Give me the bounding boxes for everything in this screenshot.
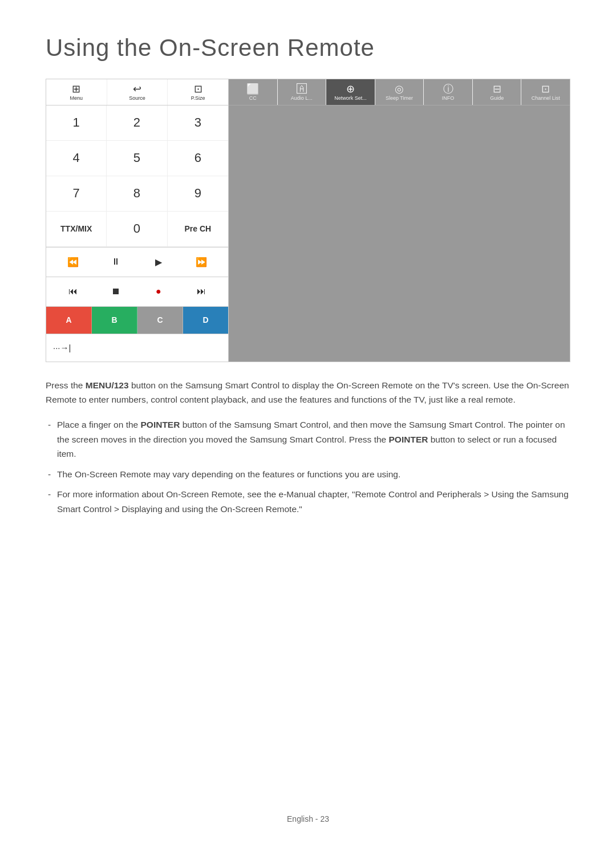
network-set-button[interactable]: ⊕ Network Set...	[326, 79, 375, 105]
remote-right-panel: ⬜ CC 🄰 Audio L... ⊕ Network Set... ◎ Sle…	[229, 79, 570, 362]
remote-left-panel: ⊞ Menu ↩ Source ⊡ P.Size 1 2 3 4 5 6 7 8	[46, 79, 229, 362]
menu-button[interactable]: ⊞ Menu	[46, 79, 107, 105]
psize-button[interactable]: ⊡ P.Size	[168, 79, 228, 105]
info-label: INFO	[442, 96, 455, 102]
content-area: Press the MENU/123 button on the Samsung…	[46, 378, 570, 517]
num-ttxmix[interactable]: TTX/MIX	[46, 212, 107, 247]
num-prech[interactable]: Pre CH	[168, 212, 228, 247]
rewind-button[interactable]: ⏪	[63, 251, 83, 272]
icon-row: ⊞ Menu ↩ Source ⊡ P.Size	[46, 79, 228, 106]
bullet-1: Place a finger on the POINTER button of …	[46, 417, 570, 461]
main-paragraph: Press the MENU/123 button on the Samsung…	[46, 378, 570, 407]
num-5[interactable]: 5	[107, 141, 167, 176]
num-3[interactable]: 3	[168, 106, 228, 141]
source-icon: ↩	[133, 84, 141, 94]
channel-list-icon: ⊡	[541, 84, 550, 94]
bold-pointer-2: POINTER	[389, 435, 428, 444]
color-buttons: A B C D	[46, 307, 228, 334]
next-track-button[interactable]: ⏭	[191, 281, 212, 302]
menu-icon: ⊞	[72, 84, 80, 94]
color-b-button[interactable]: B	[92, 307, 137, 334]
bullet-3: For more information about On-Screen Rem…	[46, 487, 570, 516]
page-footer: English - 23	[0, 814, 616, 823]
sleep-timer-button[interactable]: ◎ Sleep Timer	[375, 79, 424, 105]
cc-button[interactable]: ⬜ CC	[229, 79, 278, 105]
color-c-button[interactable]: C	[137, 307, 183, 334]
media-row-2: ⏮ ⏹ ● ⏭	[46, 277, 228, 307]
sleep-label: Sleep Timer	[386, 96, 413, 102]
network-icon: ⊕	[346, 84, 355, 94]
channel-list-button[interactable]: ⊡ Channel List	[521, 79, 570, 105]
page-title: Using the On-Screen Remote	[46, 34, 570, 62]
fast-forward-button[interactable]: ⏩	[191, 251, 212, 272]
bold-menu123: MENU/123	[86, 380, 129, 390]
num-7[interactable]: 7	[46, 176, 107, 212]
cc-icon: ⬜	[246, 84, 259, 94]
prev-track-button[interactable]: ⏮	[63, 281, 83, 302]
right-icon-row: ⬜ CC 🄰 Audio L... ⊕ Network Set... ◎ Sle…	[229, 79, 570, 106]
extra-symbol: ···→|	[53, 343, 71, 352]
numpad: 1 2 3 4 5 6 7 8 9 TTX/MIX 0 Pre CH	[46, 106, 228, 248]
num-0[interactable]: 0	[107, 212, 167, 247]
guide-icon: ⊟	[493, 84, 501, 94]
bullet-list: Place a finger on the POINTER button of …	[46, 417, 570, 516]
num-9[interactable]: 9	[168, 176, 228, 212]
guide-label: Guide	[490, 96, 504, 102]
pause-button[interactable]: ⏸	[106, 251, 126, 272]
play-button[interactable]: ▶	[148, 251, 169, 272]
audio-button[interactable]: 🄰 Audio L...	[278, 79, 327, 105]
audio-label: Audio L...	[291, 96, 313, 102]
num-1[interactable]: 1	[46, 106, 107, 141]
remote-ui: ⊞ Menu ↩ Source ⊡ P.Size 1 2 3 4 5 6 7 8	[46, 79, 570, 362]
info-button[interactable]: ⓘ INFO	[424, 79, 473, 105]
num-2[interactable]: 2	[107, 106, 167, 141]
info-icon: ⓘ	[443, 84, 453, 94]
source-label: Source	[129, 96, 145, 102]
guide-button[interactable]: ⊟ Guide	[473, 79, 522, 105]
color-d-button[interactable]: D	[183, 307, 228, 334]
psize-label: P.Size	[191, 96, 205, 102]
psize-icon: ⊡	[194, 84, 202, 94]
channel-list-label: Channel List	[532, 96, 560, 102]
extra-row: ···→|	[46, 334, 228, 362]
page-number: English - 23	[287, 814, 329, 823]
stop-button[interactable]: ⏹	[106, 281, 126, 302]
source-button[interactable]: ↩ Source	[107, 79, 168, 105]
audio-icon: 🄰	[297, 84, 307, 94]
num-4[interactable]: 4	[46, 141, 107, 176]
num-6[interactable]: 6	[168, 141, 228, 176]
num-8[interactable]: 8	[107, 176, 167, 212]
cc-label: CC	[249, 96, 257, 102]
record-button[interactable]: ●	[148, 281, 169, 302]
bullet-2: The On-Screen Remote may vary depending …	[46, 467, 570, 482]
sleep-icon: ◎	[395, 84, 404, 94]
media-row-1: ⏪ ⏸ ▶ ⏩	[46, 248, 228, 277]
network-label: Network Set...	[334, 96, 367, 102]
menu-label: Menu	[70, 96, 83, 102]
color-a-button[interactable]: A	[46, 307, 92, 334]
bold-pointer-1: POINTER	[141, 420, 180, 429]
